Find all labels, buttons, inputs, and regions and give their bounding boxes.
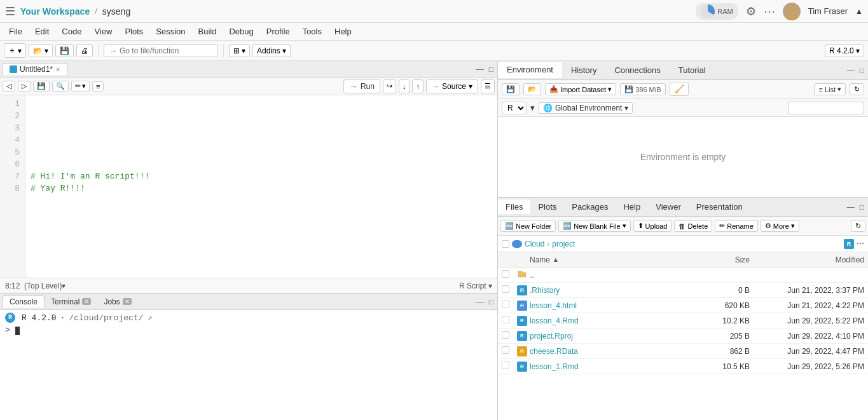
tab-terminal[interactable]: Terminal ✕: [45, 296, 97, 308]
menubar-item-code[interactable]: Code: [55, 25, 88, 37]
load-env-button[interactable]: 📂: [523, 83, 541, 95]
editor-options-button[interactable]: ☰: [481, 79, 495, 93]
row-checkbox-rproj[interactable]: [502, 331, 517, 341]
global-env-selector[interactable]: 🌐 Global Environment ▾: [539, 102, 633, 114]
row-checkbox-dotdot[interactable]: [502, 270, 517, 280]
menubar-item-edit[interactable]: Edit: [29, 25, 55, 37]
code-editor[interactable]: 1 2 3 4 5 6 7 8 # Hi! I'm an R: [0, 95, 497, 278]
outline-button[interactable]: ≡: [92, 81, 104, 91]
path-project-label[interactable]: project: [552, 240, 575, 248]
menubar-item-tools[interactable]: Tools: [296, 25, 328, 37]
row-checkbox-html[interactable]: [502, 301, 517, 310]
row-name-html[interactable]: lesson_4.html: [530, 301, 699, 310]
files-minimize-button[interactable]: —: [846, 203, 856, 212]
menubar-item-session[interactable]: Session: [149, 25, 191, 37]
env-search-input[interactable]: [788, 102, 864, 114]
save-button[interactable]: 💾: [55, 44, 74, 57]
delete-button[interactable]: 🗑 Delete: [674, 220, 712, 232]
env-minimize-button[interactable]: —: [846, 66, 856, 75]
tab-help[interactable]: Help: [616, 200, 648, 214]
row-name-dotdot[interactable]: ..: [530, 271, 699, 280]
rename-button[interactable]: ✏ Rename: [715, 220, 758, 232]
new-blank-file-button[interactable]: 🆕 New Blank File ▾: [558, 220, 630, 232]
menubar-item-view[interactable]: View: [88, 25, 118, 37]
row-checkbox-rdata[interactable]: [502, 346, 517, 356]
run-button[interactable]: → Run: [343, 79, 380, 93]
broom-button[interactable]: [670, 83, 689, 96]
checkbox-all[interactable]: [502, 240, 509, 248]
editor-minimize-button[interactable]: —: [475, 65, 485, 74]
refresh-env-button[interactable]: ↻: [850, 83, 864, 95]
scope-dropdown-icon[interactable]: ▾: [62, 281, 65, 290]
header-name-col[interactable]: Name ▲: [530, 255, 699, 264]
row-name-rdata[interactable]: cheese.RData: [530, 347, 699, 356]
tab-connections[interactable]: Connections: [605, 63, 669, 78]
new-file-button[interactable]: ＋ ▾: [4, 43, 26, 58]
upload-button[interactable]: ⬆ Upload: [633, 220, 672, 232]
console-minimize-button[interactable]: —: [475, 297, 485, 306]
menubar-item-help[interactable]: Help: [328, 25, 358, 37]
back-button[interactable]: ◁: [3, 81, 15, 91]
console-body[interactable]: R R 4.2.0 · /cloud/project/ ↗ >: [0, 310, 497, 420]
menubar-item-profile[interactable]: Profile: [260, 25, 296, 37]
header-size-col[interactable]: Size: [699, 255, 750, 264]
row-name-rmd4[interactable]: lesson_4.Rmd: [530, 316, 699, 325]
ellipsis-icon[interactable]: ⋯: [764, 4, 775, 18]
run-up-button[interactable]: ↑: [412, 79, 424, 93]
run-down-button[interactable]: ↓: [399, 79, 410, 93]
menu-icon[interactable]: ☰: [5, 4, 15, 18]
source-button[interactable]: → Source ▾: [426, 79, 478, 93]
tab-jobs[interactable]: Jobs ✕: [97, 296, 137, 308]
goto-input-container[interactable]: →: [104, 44, 218, 57]
tab-tutorial[interactable]: Tutorial: [670, 63, 715, 78]
tab-packages[interactable]: Packages: [564, 200, 616, 214]
chevron-up-icon[interactable]: ▲: [855, 7, 863, 16]
tab-environment[interactable]: Environment: [498, 62, 562, 78]
r-version-button[interactable]: R 4.2.0 ▾: [825, 44, 864, 57]
gear-icon[interactable]: ⚙: [746, 4, 756, 18]
r-language-select[interactable]: R: [502, 102, 527, 114]
new-folder-button[interactable]: 🆕 New Folder: [500, 220, 556, 232]
path-more-icon[interactable]: ⋯: [857, 239, 864, 249]
tab-plots[interactable]: Plots: [530, 200, 564, 214]
addins-button[interactable]: Addins ▾: [252, 44, 291, 57]
list-button[interactable]: ≡ List ▾: [814, 83, 846, 95]
row-name-rproj[interactable]: project.Rproj: [530, 332, 699, 341]
file-type-dropdown-icon[interactable]: ▾: [488, 281, 492, 290]
workspace-label[interactable]: Your Workspace: [20, 6, 90, 17]
row-name-rhistory[interactable]: .Rhistory: [530, 286, 699, 295]
open-file-button[interactable]: 📂 ▾: [29, 44, 53, 57]
goto-input[interactable]: [120, 46, 209, 55]
menubar-item-file[interactable]: File: [3, 25, 29, 37]
tab-files[interactable]: Files: [498, 200, 530, 214]
env-maximize-button[interactable]: □: [858, 66, 865, 75]
more-button[interactable]: ⚙ More ▾: [761, 220, 799, 232]
save-script-button[interactable]: 💾: [33, 81, 50, 91]
import-dataset-button[interactable]: 📥 Import Dataset ▾: [545, 83, 616, 95]
files-maximize-button[interactable]: □: [858, 203, 865, 212]
tab-presentation[interactable]: Presentation: [689, 200, 750, 214]
console-maximize-button[interactable]: □: [488, 297, 495, 306]
menubar-item-plots[interactable]: Plots: [118, 25, 149, 37]
row-checkbox-rmd1[interactable]: [502, 362, 517, 371]
search-button[interactable]: 🔍: [52, 81, 69, 91]
row-name-rmd1[interactable]: lesson_1.Rmd: [530, 362, 699, 371]
tab-viewer[interactable]: Viewer: [648, 200, 689, 214]
tab-close-button[interactable]: ✕: [55, 66, 60, 73]
path-cloud-label[interactable]: Cloud: [525, 240, 544, 248]
tab-console[interactable]: Console: [3, 295, 45, 308]
spell-check-button[interactable]: ✏ ▾: [71, 81, 90, 91]
tab-history[interactable]: History: [562, 63, 605, 78]
menubar-item-debug[interactable]: Debug: [223, 25, 259, 37]
save-env-button[interactable]: 💾: [502, 83, 520, 95]
rerun-button[interactable]: ↪: [383, 79, 396, 93]
editor-maximize-button[interactable]: □: [488, 65, 495, 74]
refresh-files-button[interactable]: ↻: [851, 220, 865, 232]
header-modified-col[interactable]: Modified: [750, 255, 864, 264]
menubar-item-build[interactable]: Build: [192, 25, 223, 37]
code-content[interactable]: # Hi! I'm an R script!!! # Yay R!!!!: [25, 95, 497, 278]
tab-untitled1[interactable]: Untitled1* ✕: [3, 63, 67, 75]
row-checkbox-rhistory[interactable]: [502, 285, 517, 295]
grid-icon-button[interactable]: ⊞ ▾: [229, 44, 250, 57]
row-checkbox-rmd4[interactable]: [502, 316, 517, 325]
